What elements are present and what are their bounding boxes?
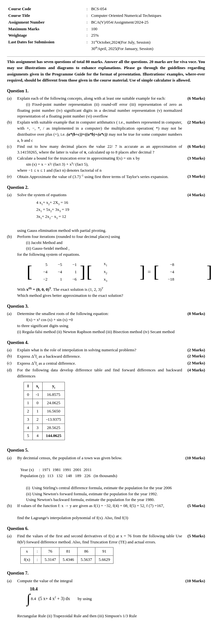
value-weightage: 25% [90, 32, 205, 39]
q1b-content: Explain with suitable example that in co… [17, 119, 182, 143]
q2a-label: (a) [7, 192, 17, 233]
q2b-content: Perform four iterations (rounded to four… [17, 234, 212, 299]
q1d-marks: (3 Marks) [182, 155, 205, 174]
question-2: Question 2. (a) Solve the system of equa… [7, 184, 205, 299]
bracket-right-x-icon: ] [140, 264, 145, 280]
q1c-content: Find out to how many decimal places the … [17, 144, 182, 156]
q6a-content: Find the values of the first and second … [17, 533, 182, 566]
table-row: 1024.0625 [24, 399, 65, 407]
q6a-label: (a) [7, 533, 17, 566]
q5-title: Question 5. [7, 447, 205, 454]
q1-part-a: (a) Explain each of the following concep… [7, 96, 205, 119]
q1c-marks: (6 Marks) [182, 144, 205, 156]
question-7: Question 7. (a) Compute the value of the… [7, 570, 205, 619]
intro-paragraph: This assignment has seven questions of t… [7, 59, 205, 83]
table-row: 2116.5650 [24, 407, 65, 415]
q1d-content: Calculate a bound for the truncation err… [17, 155, 182, 174]
q4a-label: (a) [7, 347, 17, 353]
value-assignment-number: BCA(V)/054/Assignment/2024-25 [90, 19, 205, 26]
header-table: Course Code : BCS-054 Course Title : Com… [7, 6, 205, 53]
q4-part-b: (b) Express Δ2fi as a backward differenc… [7, 353, 205, 360]
q5b-content: If values of the function f: x → y are g… [17, 503, 182, 521]
q4d-content: For the following data develop differenc… [17, 367, 182, 443]
label-weightage: Weightage [7, 32, 84, 39]
q4a-marks: (2 Marks) [182, 347, 205, 353]
q4c-label: (c) [7, 360, 17, 367]
q1-part-b: (b) Explain with suitable example that i… [7, 119, 205, 143]
matrix-b: −8 −4 −18 [159, 261, 207, 283]
q4-part-c: (c) Express Δ2fi as a central difference… [7, 360, 205, 367]
question-6: Question 6. (a) Find the values of the f… [7, 526, 205, 566]
question-3: Question 3. (a) Determine the smallest r… [7, 303, 205, 335]
col-i: I [24, 382, 33, 391]
q2b-label: (b) [7, 234, 17, 299]
q7a-marks: (10 Marks) [182, 578, 205, 619]
q3-title: Question 3. [7, 303, 205, 310]
label-last-dates: Last Dates for Submission [7, 39, 84, 52]
q4b-marks: (2 Marks) [182, 353, 205, 360]
q1e-label: (e) [7, 174, 17, 180]
q5-part-a: (a) By decinnial census, the population … [7, 455, 205, 503]
q4d-marks: (4 Marks) [182, 367, 205, 443]
q1e-marks: (3 Marks) [182, 174, 205, 180]
q2-title: Question 2. [7, 184, 205, 191]
col-yi: yi [43, 382, 65, 391]
q1c-label: (c) [7, 144, 17, 156]
q4-title: Question 4. [7, 340, 205, 346]
table-row: 4328.5625 [24, 424, 65, 432]
matrix-x: x1 x2 x3 [92, 260, 140, 284]
q5-part-b: (b) If values of the function f: x → y a… [7, 503, 205, 521]
q4-part-d: (d) For the following data develop diffe… [7, 367, 205, 443]
q6-part-a: (a) Find the values of the first and sec… [7, 533, 205, 566]
q5a-marks: (10 Marks) [182, 455, 205, 503]
bracket-right-b-icon: ] [207, 264, 212, 280]
q4c-content: Express Δ2fi as a central difference. [17, 360, 182, 367]
q2-part-b: (b) Perform four iterations (rounded to … [7, 234, 205, 299]
q7a-content: Compute the value of the integral 10.4 ∫… [17, 578, 182, 619]
bracket-left-b-icon: [ [154, 264, 159, 280]
integral-expression: 10.4 ∫ 8.4 (5 x+ 4 x2 + 3) dx by using [24, 586, 182, 605]
q1e-content: Obtain Approximate the value of (3.7)−1 … [17, 174, 182, 180]
label-course-title: Course Title [7, 12, 84, 19]
q1a-marks: (6 Marks) [182, 96, 205, 119]
q3a-content: Determine the smallest roots of the foll… [17, 311, 182, 335]
bracket-left-x-icon: [ [86, 264, 92, 280]
q1a-content: Explain each of the following concepts, … [17, 96, 182, 119]
table-row: 0-116.8575 [24, 391, 65, 399]
label-course-code: Course Code [7, 6, 84, 12]
q2a-content: Solve the system of equations 4 x1+ x2+ … [17, 192, 182, 233]
table-row: 32-13.9375 [24, 415, 65, 424]
q4d-label: (d) [7, 367, 17, 443]
q4a-content: Explain what is the role of interpolatio… [17, 347, 182, 353]
q2a-marks: (4 Marks) [182, 192, 205, 233]
table-row: x:76818691 [21, 547, 113, 555]
q5a-content: By decinnial census, the population of a… [17, 455, 182, 503]
value-course-code: BCS-054 [90, 6, 205, 12]
label-assignment-number: Assignment Number [7, 19, 84, 26]
q5b-label: (b) [7, 503, 17, 521]
label-max-marks: Maximum Marks [7, 26, 84, 32]
q7-part-a: (a) Compute the value of the integral 10… [7, 578, 205, 619]
value-course-title: Computer Oriented Numerical Techniques [90, 12, 205, 19]
table-row: f(x):5.31475.43465.56375.6629 [21, 555, 113, 564]
bracket-left-icon: [ [27, 264, 32, 280]
q1-title: Question 1. [7, 88, 205, 94]
question-1: Question 1. (a) Explain each of the foll… [7, 88, 205, 180]
value-max-marks: 100 [90, 26, 205, 32]
q4b-label: (b) [7, 353, 17, 360]
q1-part-c: (c) Find out to how many decimal places … [7, 144, 205, 156]
q1b-marks: (2 Marks) [182, 119, 205, 143]
table-row: 54144.0625 [24, 432, 65, 440]
matrix-A: 5−5−1 −4−41 −21−6 [32, 261, 80, 283]
q3a-label: (a) [7, 311, 17, 335]
q6-title: Question 6. [7, 526, 205, 532]
q7-title: Question 7. [7, 570, 205, 576]
value-last-dates: 31stOctober,2024(For July, Session) 30th… [90, 39, 205, 52]
q5b-marks: (5 Marks) [182, 503, 205, 521]
q4b-content: Express Δ2fi as a backward difference. [17, 353, 182, 360]
question-5: Question 5. (a) By decinnial census, the… [7, 447, 205, 521]
q7a-label: (a) [7, 578, 17, 619]
question-4: Question 4. (a) Explain what is the role… [7, 340, 205, 443]
bracket-right-icon: ] [80, 264, 85, 280]
q4-part-a: (a) Explain what is the role of interpol… [7, 347, 205, 353]
